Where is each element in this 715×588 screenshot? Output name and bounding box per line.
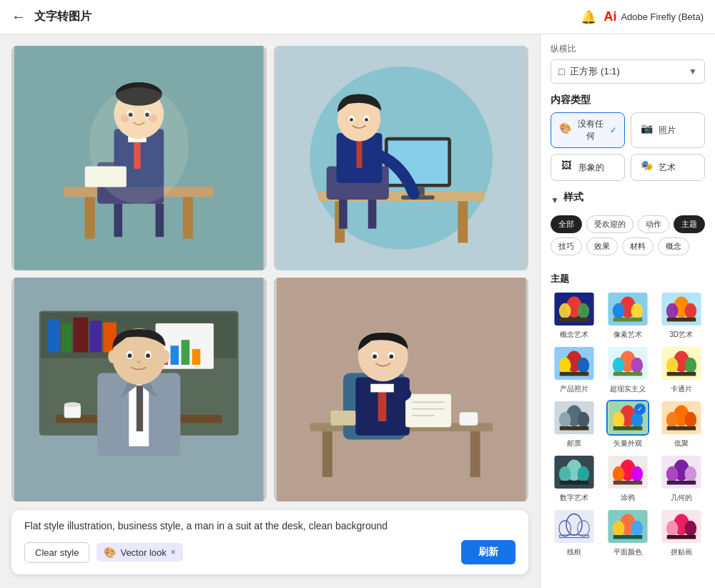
theme-digital-art-label: 数字艺术 bbox=[560, 493, 588, 503]
filter-material[interactable]: 材料 bbox=[622, 237, 654, 255]
theme-3d-art[interactable]: 3D艺术 bbox=[657, 291, 705, 340]
notification-icon[interactable]: 🔔 bbox=[581, 9, 596, 25]
refresh-button[interactable]: 刷新 bbox=[461, 540, 516, 564]
svg-rect-2 bbox=[85, 197, 95, 238]
style-header: ▼ 样式 bbox=[551, 191, 705, 210]
theme-cartoon-label: 卡通片 bbox=[671, 384, 692, 394]
svg-point-111 bbox=[666, 358, 678, 373]
aspect-ratio-value: 正方形 (1:1) bbox=[570, 65, 683, 78]
content-type-photo[interactable]: 📷 照片 bbox=[631, 112, 705, 148]
theme-concept-art-label: 概念艺术 bbox=[560, 330, 588, 340]
content-type-art-label: 艺术 bbox=[659, 162, 676, 174]
theme-flat-color-thumb bbox=[606, 509, 649, 544]
bottom-bar: Flat style illustration, business style,… bbox=[11, 510, 528, 574]
adobe-icon: Ai bbox=[603, 9, 616, 24]
svg-rect-88 bbox=[560, 318, 588, 322]
svg-rect-118 bbox=[560, 426, 588, 431]
svg-rect-138 bbox=[613, 481, 642, 485]
content-area: Flat style illustration, business style,… bbox=[0, 34, 540, 588]
adobe-logo: Ai Adobe Firefly (Beta) bbox=[603, 9, 704, 24]
theme-pixel-art-thumb bbox=[606, 291, 649, 327]
generated-image-2[interactable] bbox=[274, 46, 529, 270]
svg-point-126 bbox=[666, 412, 678, 428]
svg-point-61 bbox=[128, 353, 132, 358]
svg-rect-42 bbox=[47, 319, 59, 352]
theme-product-photo-thumb bbox=[553, 346, 596, 381]
theme-grid: 概念艺术 像素艺术 bbox=[551, 291, 705, 557]
filter-technique[interactable]: 技巧 bbox=[551, 237, 582, 255]
theme-cartoon-thumb bbox=[660, 346, 703, 381]
theme-digital-art[interactable]: 数字艺术 bbox=[551, 454, 598, 503]
svg-rect-5 bbox=[114, 204, 122, 237]
generated-image-1[interactable] bbox=[11, 46, 267, 270]
content-type-none[interactable]: 🎨 没有任何 ✓ bbox=[551, 112, 625, 148]
svg-point-38 bbox=[365, 118, 368, 122]
theme-product-photo-label: 产品照片 bbox=[560, 384, 588, 394]
svg-rect-158 bbox=[666, 535, 695, 539]
svg-rect-98 bbox=[666, 318, 695, 322]
back-button[interactable]: ← bbox=[11, 9, 26, 25]
svg-rect-33 bbox=[356, 139, 362, 168]
collapse-arrow-icon[interactable]: ▼ bbox=[551, 195, 559, 205]
theme-stamp[interactable]: 邮票 bbox=[551, 400, 598, 449]
theme-collage[interactable]: 拼贴画 bbox=[657, 509, 705, 557]
svg-point-80 bbox=[373, 354, 377, 358]
theme-3d-art-label: 3D艺术 bbox=[669, 330, 693, 340]
style-filter-row: 全部 受欢迎的 动作 主题 技巧 效果 材料 概念 bbox=[551, 215, 705, 255]
theme-wireframe-label: 线框 bbox=[567, 547, 581, 557]
filter-theme[interactable]: 主题 bbox=[674, 215, 705, 233]
filter-effect[interactable]: 效果 bbox=[586, 237, 618, 255]
theme-flat-color[interactable]: 平面颜色 bbox=[604, 509, 652, 557]
content-type-graphic[interactable]: 🖼 形象的 bbox=[551, 154, 625, 181]
content-type-section: 内容类型 🎨 没有任何 ✓ 📷 照片 🖼 形象的 🎭 艺术 bbox=[551, 94, 705, 181]
theme-section-title: 主题 bbox=[551, 273, 705, 285]
page-title: 文字转图片 bbox=[34, 9, 572, 24]
svg-point-37 bbox=[350, 118, 353, 122]
svg-rect-83 bbox=[330, 411, 355, 426]
svg-rect-57 bbox=[137, 386, 143, 431]
theme-geometric[interactable]: 几何的 bbox=[657, 454, 705, 503]
content-type-photo-icon: 📷 bbox=[638, 122, 654, 138]
svg-point-97 bbox=[684, 303, 696, 319]
svg-point-102 bbox=[578, 358, 590, 373]
theme-3d-art-thumb bbox=[660, 291, 703, 327]
filter-all[interactable]: 全部 bbox=[551, 215, 582, 233]
svg-point-127 bbox=[684, 412, 696, 428]
content-type-grid: 🎨 没有任何 ✓ 📷 照片 🖼 形象的 🎭 艺术 bbox=[551, 112, 705, 181]
theme-product-photo[interactable]: 产品照片 bbox=[551, 346, 598, 394]
svg-point-116 bbox=[559, 412, 571, 428]
svg-rect-45 bbox=[90, 320, 102, 352]
theme-vector-look[interactable]: ✓ 矢量外观 bbox=[604, 400, 652, 449]
svg-point-137 bbox=[631, 466, 644, 482]
theme-low-poly[interactable]: 低聚 bbox=[657, 400, 705, 449]
filter-concept[interactable]: 概念 bbox=[658, 237, 689, 255]
main-layout: Flat style illustration, business style,… bbox=[0, 34, 715, 588]
theme-pixel-art[interactable]: 像素艺术 bbox=[604, 291, 652, 340]
svg-point-96 bbox=[666, 303, 678, 319]
content-type-art[interactable]: 🎭 艺术 bbox=[631, 154, 705, 181]
active-style-tag: 🎨 Vector look × bbox=[97, 543, 182, 562]
svg-rect-72 bbox=[370, 383, 394, 392]
content-type-graphic-icon: 🖼 bbox=[558, 160, 574, 175]
svg-rect-113 bbox=[666, 372, 695, 376]
generated-image-4[interactable] bbox=[274, 278, 529, 502]
filter-action[interactable]: 动作 bbox=[638, 215, 669, 233]
generated-image-3[interactable] bbox=[11, 278, 267, 502]
svg-rect-143 bbox=[666, 481, 695, 485]
aspect-ratio-selector[interactable]: □ 正方形 (1:1) ▼ bbox=[551, 59, 705, 84]
svg-rect-24 bbox=[458, 201, 468, 242]
svg-rect-30 bbox=[339, 200, 347, 229]
remove-style-button[interactable]: × bbox=[171, 547, 176, 557]
theme-surrealism[interactable]: 超现实主义 bbox=[604, 346, 652, 394]
image-grid bbox=[11, 46, 528, 501]
theme-low-poly-thumb bbox=[660, 400, 703, 436]
clear-style-button[interactable]: Clear style bbox=[24, 542, 89, 563]
app-header: ← 文字转图片 🔔 Ai Adobe Firefly (Beta) bbox=[0, 0, 715, 34]
theme-graffiti[interactable]: 涂鸦 bbox=[604, 454, 652, 503]
theme-concept-art[interactable]: 概念艺术 bbox=[551, 291, 598, 340]
theme-cartoon[interactable]: 卡通片 bbox=[657, 346, 705, 394]
filter-popular[interactable]: 受欢迎的 bbox=[586, 215, 633, 233]
svg-point-64 bbox=[162, 350, 170, 363]
svg-point-142 bbox=[684, 466, 696, 482]
theme-wireframe[interactable]: 线框 bbox=[551, 509, 598, 557]
